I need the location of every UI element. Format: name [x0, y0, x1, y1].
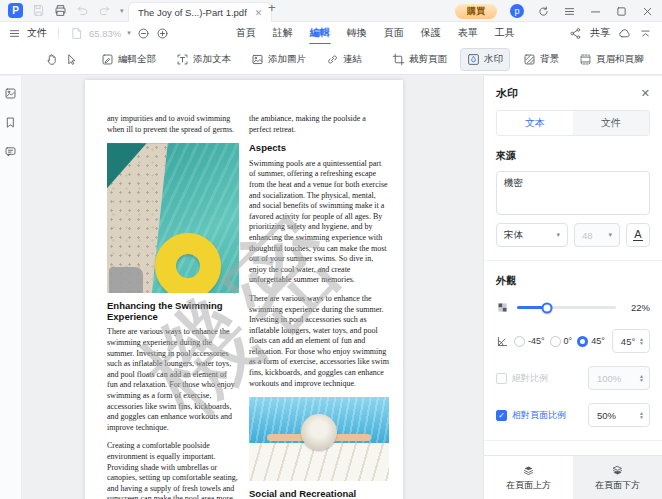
account-avatar[interactable]: p — [510, 4, 524, 18]
save-icon[interactable] — [32, 4, 45, 17]
rotation-option-0[interactable]: 0° — [550, 336, 573, 347]
header-footer-icon — [579, 53, 592, 66]
pool-photo-1 — [107, 143, 239, 293]
crop-page-icon — [392, 53, 405, 66]
zoom-in-icon[interactable] — [156, 27, 169, 40]
hand-tool-icon[interactable] — [46, 53, 59, 66]
tab-above-page[interactable]: 在頁面上方 — [484, 456, 573, 499]
watermark-button[interactable]: 水印 — [460, 48, 510, 71]
font-family-select[interactable]: 宋体▾ — [496, 223, 568, 247]
spinner-arrows-icon[interactable]: ▲▼ — [639, 374, 644, 383]
bookmarks-panel-icon[interactable] — [4, 116, 17, 129]
chevron-down-icon: ▾ — [608, 231, 612, 239]
thumbnails-panel-icon[interactable] — [4, 87, 17, 100]
collapse-toolbar-icon[interactable] — [639, 27, 652, 40]
share-label[interactable]: 共享 — [590, 26, 610, 40]
comments-panel-icon[interactable] — [4, 145, 17, 158]
tab-file-watermark[interactable]: 文件 — [573, 111, 649, 135]
add-image-button[interactable]: 添加圖片 — [244, 48, 313, 71]
panel-title: 水印 — [496, 86, 518, 101]
opacity-slider-thumb[interactable] — [541, 302, 552, 313]
add-text-button[interactable]: 添加文本 — [169, 48, 238, 71]
spinner-arrows-icon[interactable]: ▲▼ — [639, 337, 644, 346]
tab-convert[interactable]: 轉換 — [346, 23, 368, 43]
opacity-value: 22% — [624, 302, 650, 313]
paragraph: any impurities and to avoid swimming whe… — [107, 114, 239, 135]
watermark-type-tabs: 文本 文件 — [496, 110, 650, 136]
buy-button[interactable]: 購買 — [455, 4, 497, 19]
tab-text-watermark[interactable]: 文本 — [497, 111, 573, 135]
new-tab-button[interactable]: + — [268, 0, 276, 15]
pdf-editor-window: P ▾ The Joy of S...)-Part 1.pdf ✕ + 購買 p… — [0, 0, 662, 499]
checkbox-unchecked-icon[interactable] — [496, 373, 507, 384]
crop-page-button[interactable]: 裁剪頁面 — [385, 48, 454, 71]
undo-icon[interactable] — [76, 4, 89, 17]
pool-photo-2 — [249, 397, 389, 481]
tab-protect[interactable]: 保護 — [420, 23, 442, 43]
rotation-value-spinner[interactable]: 45° ▲▼ — [612, 329, 650, 353]
zoom-dropdown-icon[interactable]: ▾ — [127, 29, 131, 37]
page-fit-icon[interactable] — [70, 27, 83, 40]
minimize-icon[interactable] — [589, 5, 602, 18]
sync-icon[interactable] — [537, 5, 550, 18]
select-tool-icon[interactable] — [65, 53, 78, 66]
tab-edit[interactable]: 編輯 — [309, 23, 331, 43]
menu-icon[interactable] — [563, 5, 576, 18]
bates-number-button[interactable]: 貝茨碼 — [657, 48, 662, 71]
pool-chair — [109, 267, 143, 293]
close-window-icon[interactable] — [641, 5, 654, 18]
close-tab-icon[interactable]: ✕ — [255, 8, 263, 18]
watermark-panel: 水印 ✕ 文本 文件 來源 機密 宋体▾ 48▾ A 外觀 22% — [483, 76, 662, 499]
font-color-button[interactable]: A — [626, 223, 650, 247]
edit-all-button[interactable]: 編輯全部 — [94, 48, 163, 71]
relative-scale-option[interactable]: ✓ 相對頁面比例 — [496, 409, 566, 422]
print-icon[interactable] — [54, 4, 67, 17]
spinner-arrows-icon[interactable]: ▲▼ — [639, 411, 644, 420]
header-footer-button[interactable]: 頁眉和頁腳 — [572, 48, 651, 71]
file-menu[interactable]: 文件 — [27, 26, 47, 40]
tab-below-page[interactable]: 在頁面下方 — [573, 456, 662, 499]
layers-bottom-icon — [611, 464, 624, 477]
section-heading: Social and Recreational Aspects — [249, 489, 389, 499]
radio-selected-icon[interactable] — [577, 336, 588, 347]
cloud-icon[interactable] — [618, 27, 631, 40]
opacity-slider[interactable] — [517, 306, 616, 309]
paragraph: Creating a comfortable poolside environm… — [107, 441, 239, 499]
quick-tools-dropdown-icon[interactable]: ▾ — [120, 7, 124, 15]
opacity-icon — [496, 301, 509, 314]
rotation-option-neg45[interactable]: -45° — [514, 336, 545, 347]
pdf-page: 機密 any impurities and to avoid swimming … — [85, 80, 403, 499]
source-section-label: 來源 — [496, 149, 650, 163]
tab-page[interactable]: 頁面 — [383, 23, 405, 43]
tab-home[interactable]: 首頁 — [235, 23, 257, 43]
share-icon[interactable] — [569, 27, 582, 40]
document-viewport[interactable]: 機密 any impurities and to avoid swimming … — [22, 76, 483, 499]
link-button[interactable]: 連結 — [319, 48, 369, 71]
close-panel-icon[interactable]: ✕ — [641, 87, 650, 100]
zoom-out-icon[interactable] — [137, 27, 150, 40]
rotation-option-45[interactable]: 45° — [577, 336, 605, 347]
radio-icon[interactable] — [550, 336, 561, 347]
redo-icon[interactable] — [98, 4, 111, 17]
tab-tools[interactable]: 工具 — [494, 23, 516, 43]
watermark-text-input[interactable]: 機密 — [496, 171, 650, 215]
link-icon — [326, 53, 339, 66]
edit-all-icon — [101, 53, 114, 66]
absolute-scale-spinner[interactable]: 100% ▲▼ — [588, 366, 650, 390]
divider — [484, 260, 662, 261]
document-tab[interactable]: The Joy of S...)-Part 1.pdf ✕ — [128, 2, 272, 22]
maximize-icon[interactable] — [615, 5, 628, 18]
background-button[interactable]: 背景 — [516, 48, 566, 71]
ribbon-tabs: 首頁 註解 編輯 轉換 頁面 保護 表單 工具 — [235, 23, 516, 43]
font-size-select[interactable]: 48▾ — [574, 223, 620, 247]
relative-scale-spinner[interactable]: 50% ▲▼ — [588, 403, 650, 427]
edit-toolbar: 編輯全部 添加文本 添加圖片 連結 裁剪頁面 水印 背景 頁眉和頁腳 — [0, 44, 662, 75]
checkbox-checked-icon[interactable]: ✓ — [496, 410, 507, 421]
absolute-scale-option[interactable]: 絕對比例 — [496, 372, 548, 385]
tab-comment[interactable]: 註解 — [272, 23, 294, 43]
tab-form[interactable]: 表單 — [457, 23, 479, 43]
document-tab-title: The Joy of S...)-Part 1.pdf — [138, 7, 247, 18]
menu-bar: 文件 65.83% ▾ 首頁 註解 編輯 轉換 頁面 保護 表單 工具 共享 — [0, 22, 662, 44]
divider — [484, 440, 662, 441]
radio-icon[interactable] — [514, 336, 525, 347]
